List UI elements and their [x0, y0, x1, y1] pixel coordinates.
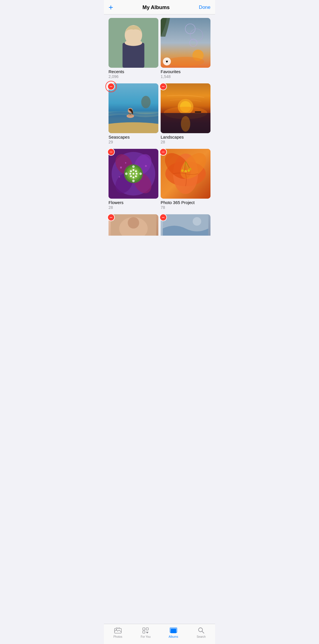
delete-badge-seascapes[interactable]: − [107, 83, 115, 90]
page-title: My Albums [142, 5, 169, 11]
delete-badge-photo365[interactable]: − [160, 148, 167, 156]
albums-grid: Recents 2,096 [104, 15, 215, 214]
album-thumbnail-favourites: ♥ [161, 18, 210, 68]
album-name-landscapes: Landscapes [161, 135, 210, 139]
album-count-photo365: 78 [161, 205, 210, 210]
album-name-favourites: Favourites [161, 69, 210, 74]
svg-point-63 [193, 217, 201, 226]
svg-point-27 [125, 162, 126, 163]
partial-thumb-1 [109, 214, 158, 236]
svg-point-26 [120, 166, 122, 168]
album-name-photo365: Photo 365 Project [161, 200, 210, 205]
svg-point-55 [181, 169, 184, 172]
svg-rect-19 [195, 111, 201, 112]
svg-point-33 [130, 170, 132, 172]
album-thumbnail-photo365 [161, 149, 210, 199]
flowers-thumb-svg [109, 149, 158, 199]
svg-point-45 [139, 172, 142, 175]
svg-point-29 [119, 176, 120, 177]
seascapes-thumb-svg [109, 83, 158, 133]
album-thumbnail-flowers [109, 149, 158, 199]
svg-point-44 [125, 172, 128, 175]
svg-point-41 [135, 175, 137, 177]
photo365-thumb-svg [161, 149, 210, 199]
landscapes-thumb-svg [161, 83, 210, 133]
svg-point-35 [135, 170, 137, 172]
partial2-svg [161, 214, 210, 236]
album-item-flowers[interactable]: − [107, 149, 160, 214]
svg-point-40 [132, 176, 134, 178]
album-name-seascapes: Seascapes [109, 135, 158, 139]
album-thumbnail-landscapes [161, 83, 210, 133]
svg-point-11 [141, 96, 151, 108]
svg-point-39 [130, 175, 132, 177]
album-name-flowers: Flowers [109, 200, 158, 205]
album-count-favourites: 1,548 [161, 74, 210, 79]
svg-point-58 [189, 168, 192, 170]
album-thumbnail-recents [109, 18, 158, 68]
partial-thumb-2 [161, 214, 210, 236]
album-item-seascapes[interactable]: − [107, 83, 160, 149]
add-album-button[interactable]: + [109, 3, 113, 11]
album-name-recents: Recents [109, 69, 158, 74]
album-item-photo365[interactable]: − [160, 149, 212, 214]
svg-point-18 [181, 116, 190, 132]
svg-point-61 [128, 217, 139, 229]
recents-thumb-svg [109, 18, 158, 68]
done-button[interactable]: Done [199, 5, 210, 10]
delete-badge-flowers[interactable]: − [107, 148, 115, 156]
album-item-landscapes[interactable]: − [160, 83, 212, 149]
svg-point-42 [132, 165, 135, 168]
album-item-favourites[interactable]: ♥ Favourites 1,548 [160, 18, 212, 83]
svg-rect-2 [122, 43, 144, 68]
album-count-seascapes: 29 [109, 140, 158, 144]
album-count-landscapes: 28 [161, 140, 210, 144]
svg-point-43 [132, 180, 135, 182]
svg-point-28 [145, 165, 147, 167]
album-count-flowers: 28 [109, 205, 158, 210]
svg-point-56 [184, 170, 187, 172]
favourites-heart-icon: ♥ [163, 57, 171, 65]
svg-point-37 [132, 173, 134, 175]
partial-album-2[interactable]: − [160, 214, 212, 240]
svg-point-9 [167, 57, 204, 66]
svg-point-38 [136, 173, 138, 175]
svg-point-34 [132, 169, 134, 171]
svg-point-36 [129, 173, 131, 175]
partial1-svg [109, 214, 158, 236]
partial-albums-row: − − [104, 214, 215, 240]
album-count-recents: 2,096 [109, 74, 158, 79]
app-header: + My Albums Done [104, 0, 215, 15]
partial-album-1[interactable]: − [107, 214, 160, 240]
album-item-recents[interactable]: Recents 2,096 [107, 18, 160, 83]
album-thumbnail-seascapes [109, 83, 158, 133]
delete-badge-landscapes[interactable]: − [160, 83, 167, 90]
svg-point-3 [125, 40, 142, 46]
